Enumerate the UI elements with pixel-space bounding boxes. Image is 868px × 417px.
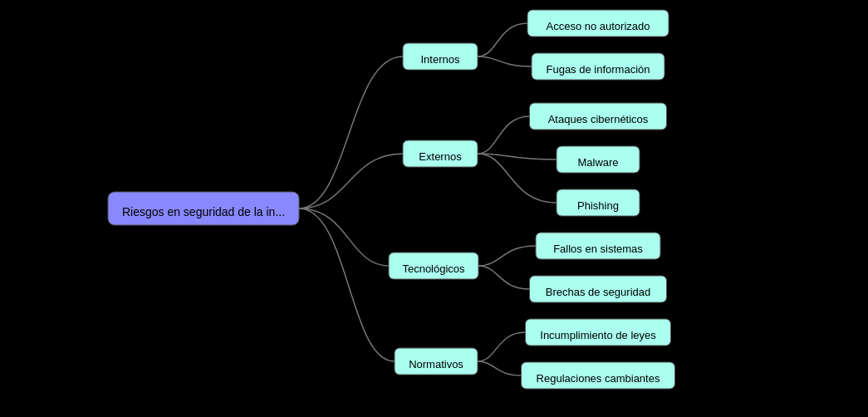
svg-text:Ataques cibernéticos: Ataques cibernéticos xyxy=(548,113,649,125)
svg-text:Riesgos en seguridad de la in.: Riesgos en seguridad de la in... xyxy=(122,205,285,218)
svg-text:Fallos en sistemas: Fallos en sistemas xyxy=(553,243,643,255)
svg-text:Phishing: Phishing xyxy=(577,199,619,212)
mind-map-container: Riesgos en seguridad de la in...Internos… xyxy=(0,0,868,417)
svg-text:Tecnológicos: Tecnológicos xyxy=(402,262,465,275)
mind-map-svg: Riesgos en seguridad de la in...Internos… xyxy=(0,0,868,417)
svg-text:Fugas de información: Fugas de información xyxy=(546,63,650,76)
svg-text:Internos: Internos xyxy=(421,53,460,66)
svg-text:Brechas de seguridad: Brechas de seguridad xyxy=(546,286,650,298)
nodes-group: Riesgos en seguridad de la in...Internos… xyxy=(108,10,675,389)
svg-text:Incumplimiento de leyes: Incumplimiento de leyes xyxy=(540,329,656,341)
connectors-group xyxy=(299,23,557,375)
svg-text:Externos: Externos xyxy=(419,150,462,163)
svg-text:Regulaciones cambiantes: Regulaciones cambiantes xyxy=(537,372,660,385)
svg-text:Acceso no autorizado: Acceso no autorizado xyxy=(546,20,650,32)
svg-text:Malware: Malware xyxy=(577,156,618,169)
svg-text:Normativos: Normativos xyxy=(409,358,463,370)
